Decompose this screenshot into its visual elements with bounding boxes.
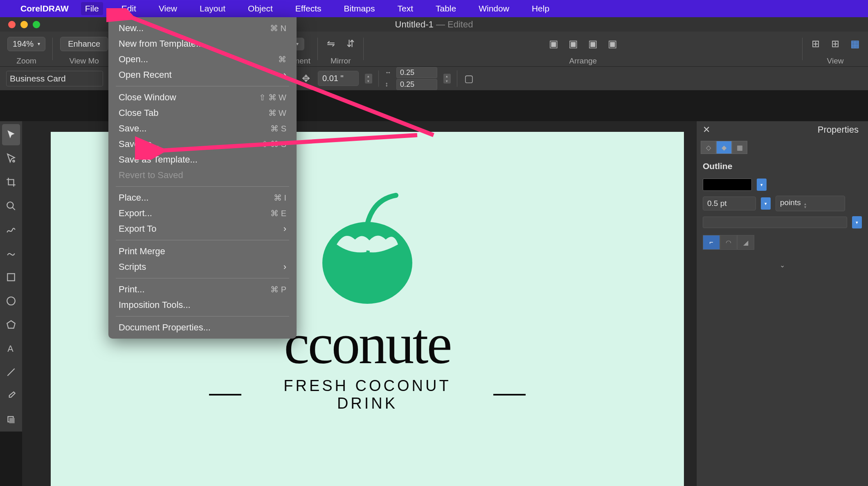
menu-bitmaps[interactable]: Bitmaps <box>340 2 379 15</box>
dup-spinner[interactable]: ▴▾ <box>443 74 451 84</box>
bevel-join-button[interactable]: ◢ <box>737 235 754 250</box>
round-join-button[interactable]: ◠ <box>720 235 737 250</box>
eyedropper-tool[interactable] <box>2 385 20 407</box>
file-menu-item-export-to[interactable]: Export To› <box>108 221 297 237</box>
menu-item-shortcut: ⌘ N <box>270 23 286 33</box>
menu-item-shortcut: ⌘ W <box>268 108 286 118</box>
nudge-input[interactable]: 0.01 " <box>318 71 359 86</box>
miter-join-button[interactable]: ⌐ <box>703 235 720 250</box>
file-menu-item-open-recent[interactable]: Open Recent› <box>108 67 297 83</box>
menu-object[interactable]: Object <box>244 2 277 15</box>
app-name[interactable]: CorelDRAW <box>20 4 69 14</box>
file-menu-item-scripts[interactable]: Scripts› <box>108 259 297 275</box>
close-window-button[interactable] <box>8 21 16 28</box>
outline-color-swatch[interactable] <box>703 179 752 191</box>
menu-item-label: Revert to Saved <box>119 170 183 181</box>
menu-help[interactable]: Help <box>528 2 553 15</box>
crop-tool[interactable] <box>2 172 20 193</box>
fill-tab[interactable]: ◆ <box>716 141 732 154</box>
menu-view[interactable]: View <box>155 2 181 15</box>
menu-items: File Edit View Layout Object Effects Bit… <box>81 2 553 15</box>
dup-y-icon: ↕ <box>385 81 394 88</box>
view-label: View <box>827 57 844 66</box>
menu-item-label: Open... <box>119 54 148 65</box>
back-one-icon[interactable]: ▣ <box>587 38 598 50</box>
width-dropdown-button[interactable]: ▾ <box>761 197 771 210</box>
shape-tool[interactable] <box>2 148 20 169</box>
zoom-tool[interactable] <box>2 195 20 217</box>
file-menu-item-close-tab[interactable]: Close Tab⌘ W <box>108 105 297 121</box>
page-preset-select[interactable]: Business Card <box>6 71 103 86</box>
menu-item-shortcut: ⇧ ⌘ W <box>259 93 286 102</box>
expand-section-icon[interactable]: ⌄ <box>697 254 868 276</box>
text-tool[interactable]: A <box>2 338 20 359</box>
mirror-vertical-icon[interactable]: ⇵ <box>345 38 356 50</box>
polygon-tool[interactable] <box>2 314 20 335</box>
guides-icon[interactable]: ▦ <box>849 38 861 50</box>
file-menu-item-export[interactable]: Export...⌘ E <box>108 206 297 221</box>
document-status: — Edited <box>434 19 473 29</box>
menu-separator <box>116 86 289 86</box>
file-menu-item-save-as[interactable]: Save As...⇧ ⌘ S <box>108 136 297 152</box>
file-menu-item-open[interactable]: Open...⌘ <box>108 52 297 67</box>
zoom-level-combo[interactable]: 194%▾ <box>7 37 45 51</box>
pick-tool[interactable] <box>2 124 20 145</box>
svg-rect-8 <box>9 418 15 423</box>
file-menu-item-save[interactable]: Save...⌘ S <box>108 121 297 136</box>
color-dropdown-button[interactable]: ▾ <box>757 179 767 191</box>
duplicate-y-input[interactable]: 0.25 <box>396 79 437 90</box>
file-menu-item-print[interactable]: Print...⌘ P <box>108 282 297 297</box>
menu-item-label: Place... <box>119 192 148 203</box>
mirror-horizontal-icon[interactable]: ⇋ <box>325 38 337 50</box>
mirror-label: Mirror <box>331 57 351 66</box>
file-menu-item-document-properties[interactable]: Document Properties... <box>108 320 297 335</box>
menu-layout[interactable]: Layout <box>196 2 229 15</box>
to-front-icon[interactable]: ▣ <box>548 38 559 50</box>
menu-item-shortcut: ⌘ S <box>270 124 286 133</box>
close-panel-icon[interactable]: ✕ <box>703 124 710 135</box>
line-tool[interactable] <box>2 362 20 383</box>
outline-tab[interactable]: ◇ <box>701 141 716 154</box>
page-frame-icon[interactable]: ▢ <box>463 73 475 84</box>
menu-text[interactable]: Text <box>393 2 417 15</box>
svg-text:A: A <box>7 344 13 354</box>
properties-header: ✕ Properties <box>697 121 868 138</box>
menu-effects[interactable]: Effects <box>291 2 326 15</box>
minimize-window-button[interactable] <box>20 21 28 28</box>
style-dropdown-button[interactable]: ▾ <box>852 216 862 228</box>
properties-title: Properties <box>818 124 859 135</box>
view-quality-button[interactable]: Enhance <box>60 37 108 51</box>
menu-item-label: Export... <box>119 208 152 219</box>
rectangle-tool[interactable] <box>2 267 20 288</box>
menu-window[interactable]: Window <box>474 2 513 15</box>
grid-icon[interactable]: ⊞ <box>830 38 841 50</box>
maximize-window-button[interactable] <box>33 21 40 28</box>
menu-item-label: Close Window <box>119 92 176 103</box>
nudge-spinner[interactable]: ▴▾ <box>365 74 372 84</box>
menu-file[interactable]: File <box>81 2 103 15</box>
file-menu-item-new-from-template[interactable]: New from Template... <box>108 36 297 52</box>
outline-width-select[interactable]: 0.5 pt <box>703 197 756 210</box>
shadow-tool[interactable] <box>2 409 20 430</box>
file-menu-item-new[interactable]: New...⌘ N <box>108 20 297 36</box>
file-menu-item-place[interactable]: Place...⌘ I <box>108 190 297 206</box>
menu-edit[interactable]: Edit <box>117 2 140 15</box>
freehand-tool[interactable] <box>2 219 20 240</box>
rulers-icon[interactable]: ⊞ <box>810 38 821 50</box>
menu-separator <box>116 240 289 240</box>
svg-point-3 <box>7 297 15 305</box>
outline-units-select[interactable]: points▴▾ <box>776 196 845 211</box>
menu-table[interactable]: Table <box>432 2 460 15</box>
duplicate-x-input[interactable]: 0.25 <box>396 67 437 78</box>
forward-one-icon[interactable]: ▣ <box>567 38 579 50</box>
file-menu-item-close-window[interactable]: Close Window⇧ ⌘ W <box>108 90 297 105</box>
file-menu-item-save-as-template[interactable]: Save as Template... <box>108 152 297 167</box>
submenu-arrow-icon: › <box>283 70 286 80</box>
artistic-media-tool[interactable] <box>2 243 20 264</box>
line-style-select[interactable] <box>703 217 847 228</box>
file-menu-item-print-merge[interactable]: Print Merge <box>108 244 297 259</box>
transparency-tab[interactable]: ▦ <box>732 141 747 154</box>
file-menu-item-imposition-tools[interactable]: Imposition Tools... <box>108 297 297 313</box>
to-back-icon[interactable]: ▣ <box>607 38 618 50</box>
ellipse-tool[interactable] <box>2 290 20 312</box>
